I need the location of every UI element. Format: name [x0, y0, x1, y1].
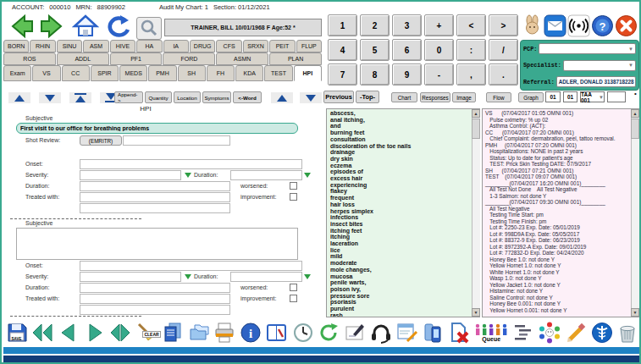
chart-tab[interactable]: FH	[207, 65, 235, 81]
duration-combo-input[interactable]	[230, 170, 302, 180]
numpad-key[interactable]: 3	[392, 14, 422, 36]
scrollbar-thumb[interactable]	[472, 119, 480, 139]
duration2-input[interactable]	[80, 283, 230, 293]
network-icon[interactable]	[538, 319, 562, 345]
symptom-item[interactable]: mole changes,	[330, 267, 469, 273]
chart-tab[interactable]: RHIN	[30, 40, 55, 52]
last-record-button[interactable]	[108, 319, 133, 345]
mail-icon[interactable]	[544, 14, 566, 37]
symptom-item[interactable]: infections	[330, 214, 469, 221]
numpad-key[interactable]: 4	[328, 39, 357, 61]
folders-icon[interactable]	[186, 319, 211, 345]
symptom-item[interactable]: rash	[330, 312, 469, 317]
reference-book-icon[interactable]	[264, 319, 289, 345]
numpad-key[interactable]: 6	[392, 39, 422, 61]
shot-review-button[interactable]: (EMRITR)	[80, 135, 122, 146]
chart-tab[interactable]: CC	[62, 65, 90, 81]
numpad-key[interactable]: -	[424, 63, 454, 85]
flow-button[interactable]: Flow	[486, 92, 511, 102]
chart-tab[interactable]: FLUP	[296, 40, 322, 52]
help-icon[interactable]: ?	[591, 14, 614, 37]
symptom-item[interactable]: episodes of	[330, 168, 469, 175]
numpad-key[interactable]: <	[456, 14, 486, 36]
symptom-item[interactable]: itching feet	[330, 228, 469, 234]
scrollbar-up-icon[interactable]: ▲	[472, 109, 480, 118]
cancel-document-icon[interactable]	[446, 319, 471, 345]
chart-notes-panel[interactable]: VS (07/04/2017 01:05 OMNI 001) Pulse oxi…	[482, 108, 639, 317]
chart-tab[interactable]: ASM	[83, 40, 108, 52]
chart-tab[interactable]: Exam	[3, 65, 31, 81]
numpad-key[interactable]: 2	[360, 14, 390, 36]
scrollbar-thumb[interactable]	[631, 119, 639, 139]
previous-button[interactable]: Previous	[323, 91, 354, 103]
chart-tab[interactable]: HIVE	[110, 40, 135, 52]
specialist-select[interactable]: ▼	[563, 60, 636, 71]
numpad-key[interactable]: .	[489, 63, 518, 85]
chart-tab[interactable]: SRXN	[243, 40, 268, 52]
copy-notes-icon[interactable]	[160, 319, 185, 345]
close-icon[interactable]	[615, 14, 638, 37]
symptom-item[interactable]: anal itching,	[330, 117, 469, 124]
worsened2-checkbox[interactable]	[290, 284, 297, 291]
numpad-key[interactable]: 9	[392, 63, 422, 85]
graph-button[interactable]: Graph	[518, 92, 544, 102]
onset2-input[interactable]	[80, 261, 302, 271]
symptom-item[interactable]: consultation	[330, 136, 469, 143]
numpad-key[interactable]: 5	[360, 39, 390, 61]
symptom-item[interactable]: flakey	[330, 188, 469, 195]
chart-tab[interactable]: SH	[178, 65, 206, 81]
printer-icon[interactable]	[213, 319, 237, 345]
extra-box[interactable]	[607, 91, 626, 102]
chart-tab[interactable]: IA	[163, 40, 189, 52]
chart-tab[interactable]: PF1	[110, 52, 163, 65]
duration-input[interactable]	[80, 181, 230, 191]
chart-button[interactable]: Chart	[391, 92, 417, 102]
symptom-item[interactable]: herpes simplex	[330, 208, 469, 215]
symptom-item[interactable]: lice	[330, 247, 469, 254]
symptom-item[interactable]: laceration	[330, 240, 469, 247]
medical-caduceus-icon[interactable]	[589, 319, 614, 345]
symptom-item[interactable]: frequent	[330, 195, 469, 201]
onset-input[interactable]	[80, 159, 302, 169]
symptom-item[interactable]: poison ivy,	[330, 286, 469, 293]
numpad-key[interactable]: :	[456, 39, 486, 61]
scrollbar-down-icon[interactable]: ▼	[631, 308, 639, 317]
location-button[interactable]: Location	[174, 91, 201, 103]
chart-tab[interactable]: TEST	[264, 65, 292, 81]
symptom-item[interactable]: hair loss	[330, 201, 469, 208]
chart-tab[interactable]: MEDS	[119, 65, 147, 81]
symptoms-button[interactable]: Symptoms	[202, 91, 231, 103]
back-arrow-icon[interactable]	[6, 14, 35, 42]
numpad-key[interactable]: /	[489, 39, 518, 61]
severity-dropdown-icon[interactable]	[185, 173, 191, 178]
numpad-key[interactable]: >	[489, 14, 518, 36]
severity2-input[interactable]	[80, 272, 181, 282]
symptom-item[interactable]: drainage	[330, 149, 469, 156]
refresh-icon[interactable]	[317, 319, 341, 345]
chart-tab[interactable]: PLAN	[269, 52, 322, 65]
duration2-combo-input[interactable]	[230, 272, 302, 282]
numpad-key[interactable]: 0	[424, 39, 454, 61]
chart-tab[interactable]: HA	[136, 40, 162, 52]
next-record-button[interactable]	[82, 319, 107, 345]
signature-icon[interactable]	[343, 319, 367, 345]
symptom-item[interactable]: eczema	[330, 163, 469, 169]
chart-tab[interactable]: KDA	[235, 65, 263, 81]
symptom-item[interactable]: abscess,	[330, 110, 469, 117]
scroll-down-button[interactable]	[39, 92, 61, 103]
chart-tab[interactable]: FORD	[163, 52, 215, 65]
chart-tab[interactable]: VS	[32, 65, 60, 81]
symptom-item[interactable]: mucosa	[330, 273, 469, 280]
numpad-key[interactable]: 1	[328, 14, 357, 36]
extra-input[interactable]	[80, 203, 230, 213]
page-box-2[interactable]: 01	[563, 91, 577, 102]
scroll-up-button[interactable]	[8, 92, 30, 103]
word-button[interactable]: <-Word	[233, 91, 262, 103]
page-box-1[interactable]: 01	[545, 91, 561, 102]
chart-tab[interactable]: SINU	[57, 40, 82, 52]
pencil-icon[interactable]	[563, 319, 588, 345]
shot-review-input[interactable]	[123, 135, 230, 146]
first-record-button[interactable]	[30, 319, 55, 345]
chart-tab[interactable]: SPIR	[91, 65, 119, 81]
treated2-input[interactable]	[80, 294, 230, 304]
